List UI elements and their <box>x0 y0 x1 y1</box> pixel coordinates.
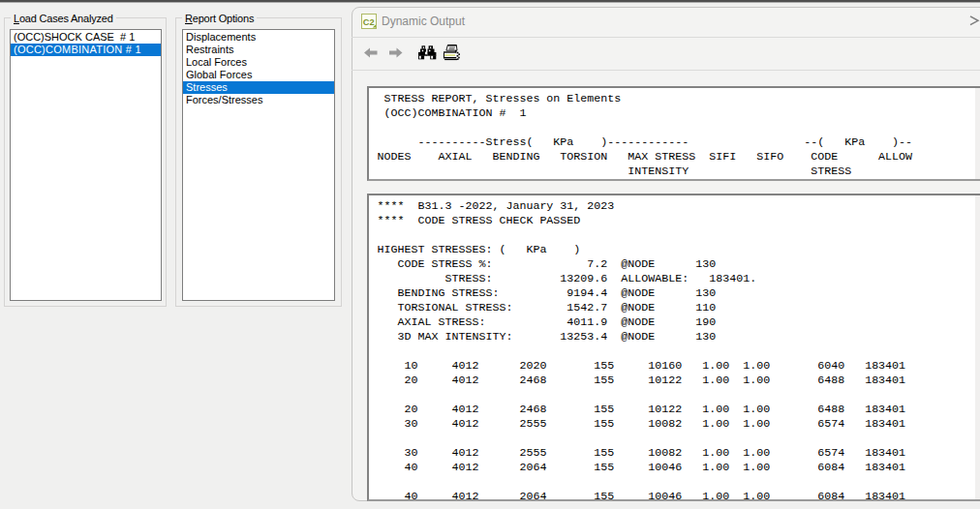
svg-text:C2: C2 <box>363 17 375 27</box>
